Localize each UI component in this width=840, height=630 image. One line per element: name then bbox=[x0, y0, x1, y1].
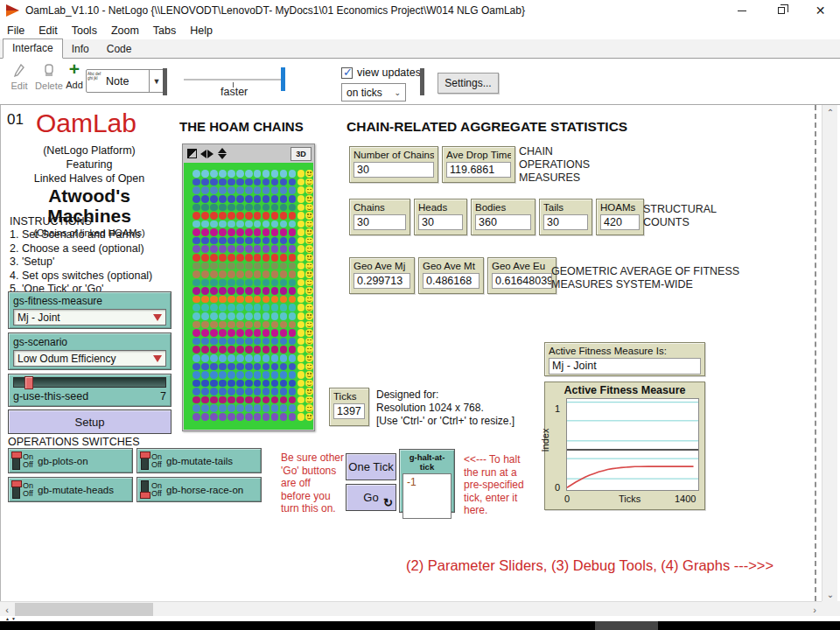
tab[interactable]: Interface bbox=[3, 38, 63, 59]
hoam-body-dot bbox=[219, 245, 227, 253]
note-type-dropdown[interactable]: Abc def ghi jkl Note ▼ bbox=[86, 69, 164, 93]
hoam-body-dot bbox=[219, 170, 227, 178]
hoam-body-dot bbox=[280, 178, 288, 186]
menu-item[interactable]: Help bbox=[183, 23, 220, 38]
hoam-tail-dot bbox=[298, 321, 305, 329]
menu-item[interactable]: File bbox=[0, 23, 32, 38]
slider-knob[interactable] bbox=[24, 376, 33, 389]
hoam-body-dot bbox=[228, 212, 235, 220]
scroll-left-arrow[interactable]: ‹ bbox=[0, 602, 14, 617]
hoam-body-dot bbox=[236, 254, 244, 262]
hoam-body-dot bbox=[210, 237, 218, 245]
hoam-body-dot bbox=[254, 404, 262, 412]
slider-groove[interactable] bbox=[13, 377, 166, 388]
close-button[interactable]: ✕ bbox=[801, 0, 840, 21]
hoam-body-dot bbox=[219, 354, 227, 362]
hoam-body-dot bbox=[271, 304, 279, 312]
switch-gb-plots-on[interactable]: OnOffgb-plots-on bbox=[8, 448, 133, 473]
menu-item[interactable]: Edit bbox=[32, 23, 65, 38]
switch-toggle[interactable] bbox=[12, 480, 20, 499]
chooser-gs-scenario[interactable]: gs-scenario Low Odum Efficiency bbox=[8, 332, 172, 370]
monitor-label: Active Fitness Measure Is: bbox=[549, 346, 701, 356]
update-mode-select[interactable]: on ticks ⌄ bbox=[341, 83, 406, 102]
hoam-body-dot bbox=[192, 204, 200, 212]
view-updates-label: view updates bbox=[357, 66, 421, 79]
minimize-button[interactable] bbox=[722, 0, 761, 21]
hoam-body-dot bbox=[254, 254, 262, 262]
horizontal-scroll-thumb[interactable] bbox=[15, 603, 153, 616]
chooser-gs-fitness-measure[interactable]: gs-fitness-measure Mj - Joint bbox=[8, 291, 172, 329]
view-3d-button[interactable]: 3D bbox=[290, 147, 312, 161]
setup-button[interactable]: Setup bbox=[8, 410, 172, 434]
hoam-body-dot bbox=[210, 321, 218, 329]
tab[interactable]: Info bbox=[63, 40, 98, 59]
hoam-body-dot bbox=[192, 380, 200, 388]
hoam-body-dot bbox=[280, 204, 288, 212]
one-tick-button[interactable]: One Tick bbox=[346, 453, 396, 480]
speed-slider-thumb[interactable] bbox=[281, 67, 285, 91]
hoam-body-dot bbox=[289, 404, 297, 412]
hoam-body-dot bbox=[236, 195, 244, 203]
switch-gb-horse-race-on[interactable]: OnOffgb-horse-race-on bbox=[136, 477, 262, 502]
input-value[interactable]: -1 bbox=[402, 473, 452, 519]
menu-item[interactable]: Tabs bbox=[146, 23, 183, 38]
hoam-body-dot bbox=[210, 404, 218, 412]
hoam-head-smiley bbox=[305, 228, 313, 236]
hoam-body-dot bbox=[236, 287, 244, 295]
hoam-body-dot bbox=[289, 262, 297, 270]
input-g-halt-at-tick[interactable]: g-halt-at-tick -1 bbox=[399, 449, 455, 513]
chooser-value: Low Odum Efficiency bbox=[18, 353, 116, 365]
restore-button[interactable] bbox=[761, 0, 801, 21]
settings-button[interactable]: Settings... bbox=[438, 73, 499, 94]
hoam-body-dot bbox=[201, 279, 209, 287]
switch-knob[interactable] bbox=[140, 492, 150, 499]
speed-slider-track[interactable] bbox=[184, 79, 284, 80]
vertical-scrollbar[interactable]: ⌃ ⌄ bbox=[822, 105, 837, 601]
switch-toggle[interactable] bbox=[141, 452, 149, 470]
add-button[interactable]: + Add bbox=[63, 61, 86, 90]
chooser-value-box[interactable]: Mj - Joint bbox=[13, 309, 166, 326]
switch-toggle[interactable] bbox=[141, 480, 149, 499]
warning-line: Be sure other bbox=[281, 452, 344, 465]
delete-button[interactable]: Delete bbox=[33, 64, 65, 91]
hoam-tail-dot bbox=[298, 363, 305, 371]
slider-g-use-this-seed[interactable]: g-use-this-seed 7 bbox=[8, 374, 172, 407]
hoam-body-dot bbox=[236, 245, 244, 253]
menu-item[interactable]: Tools bbox=[65, 23, 104, 38]
vertical-arrows-icon bbox=[218, 148, 227, 159]
scroll-right-arrow[interactable]: › bbox=[808, 602, 822, 617]
world-view-field[interactable] bbox=[184, 163, 313, 430]
caption-line: OPERATIONS bbox=[519, 158, 590, 172]
hoam-body-dot bbox=[219, 178, 227, 186]
horizontal-scrollbar[interactable]: ‹ › bbox=[0, 601, 822, 616]
hoam-body-dot bbox=[254, 329, 262, 337]
hoam-tail-dot bbox=[298, 404, 305, 412]
switch-knob[interactable] bbox=[140, 452, 150, 458]
scroll-down-arrow[interactable]: ⌄ bbox=[822, 587, 838, 601]
switch-gb-mutate-heads[interactable]: OnOffgb-mutate-heads bbox=[8, 477, 133, 502]
hoam-head-smiley bbox=[305, 270, 313, 278]
switch-toggle[interactable] bbox=[12, 452, 20, 470]
hoam-body-dot bbox=[254, 380, 262, 388]
chain-row bbox=[192, 287, 307, 295]
dropdown-arrow-icon[interactable]: ▼ bbox=[149, 70, 164, 92]
chooser-value-box[interactable]: Low Odum Efficiency bbox=[13, 350, 166, 367]
hoam-body-dot bbox=[236, 304, 244, 312]
hoam-body-dot bbox=[228, 279, 235, 287]
scroll-up-arrow[interactable]: ⌃ bbox=[822, 105, 838, 119]
switch-knob[interactable] bbox=[11, 452, 22, 458]
tab[interactable]: Code bbox=[98, 40, 141, 59]
switch-gb-mutate-tails[interactable]: OnOffgb-mutate-tails bbox=[136, 448, 262, 473]
menu-item[interactable]: Zoom bbox=[104, 23, 146, 38]
hoam-body-dot bbox=[228, 296, 235, 304]
go-button[interactable]: Go ↻ bbox=[346, 484, 396, 511]
view-updates-checkbox[interactable] bbox=[341, 67, 353, 79]
chain-row bbox=[192, 362, 307, 370]
hoam-body-dot bbox=[192, 346, 200, 354]
switch-knob[interactable] bbox=[11, 480, 22, 487]
edit-button[interactable]: Edit bbox=[7, 64, 32, 91]
hoam-body-dot bbox=[262, 262, 270, 270]
widget-area-boundary bbox=[815, 105, 816, 601]
world-view: 3D bbox=[182, 144, 315, 431]
hoam-head-smiley bbox=[305, 388, 313, 396]
